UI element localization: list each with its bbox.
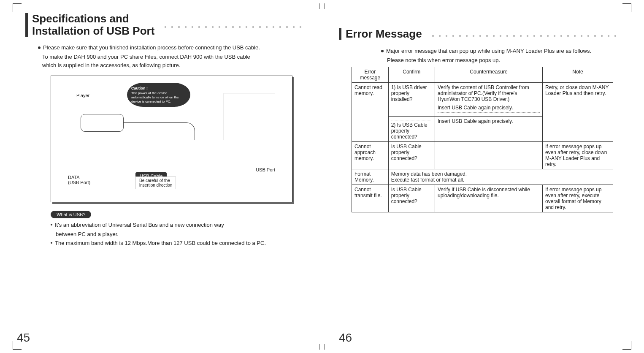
cell-error: Cannot read memory. [352, 82, 389, 141]
decorative-dots [162, 26, 305, 28]
sub-bullet-text: The maximum band width is 12 Mbps.More t… [55, 240, 266, 246]
cell-confirm: 1) Is USB driver properly installed? [388, 82, 435, 116]
col-countermeasure: Countermeasure [435, 67, 543, 82]
intro-text: Major error message that can pop up whil… [386, 48, 591, 54]
table-header-row: Error message Confirm Countermeasure Not… [352, 67, 613, 82]
page-right: Error Message Major error message that c… [322, 0, 644, 353]
intro-bullet: Please make sure that you finished insta… [38, 44, 305, 51]
intro-text-2: Please note this when error message pops… [387, 57, 619, 64]
table-row: Cannot transmit file. Is USB Cable prope… [352, 185, 613, 212]
usb-cable-note: Be careful of the insertion direction [135, 176, 176, 189]
cell-error: Cannot transmit file. [352, 185, 389, 212]
cell-confirm: Is USB Cable properly connected? [388, 185, 435, 212]
table-row: Cannot read memory. 1) Is USB driver pro… [352, 82, 613, 116]
cell-error: Format Memory. [352, 169, 389, 185]
bullet-icon [381, 50, 384, 52]
table-row: Format Memory. Memory data has been dama… [352, 169, 613, 185]
headline-row: Specifications and Installation of USB P… [25, 13, 305, 37]
dotted-separator [438, 112, 540, 113]
sub-bullet-cont: between PC and a player. [56, 231, 305, 238]
page-left: Specifications and Installation of USB P… [0, 0, 322, 353]
caution-bubble: Caution ! The power of the device automa… [127, 83, 190, 107]
cell-note: Retry, or close down M-ANY Loader Plus a… [542, 82, 613, 141]
decorative-dots [430, 35, 619, 37]
sub-bullet: The maximum band width is 12 Mbps.More t… [51, 240, 305, 246]
cell-text: 1) Is USB driver properly installed? [391, 84, 427, 102]
pc-illustration [224, 93, 275, 140]
headline-row: Error Message [339, 28, 619, 40]
page-number: 46 [339, 331, 352, 345]
error-table: Error message Confirm Countermeasure Not… [352, 67, 613, 212]
col-note: Note [542, 67, 613, 82]
col-confirm: Confirm [388, 67, 435, 82]
player-label: Player [76, 93, 89, 98]
intro-text: Please make sure that you finished insta… [43, 44, 260, 51]
body-text: To make the DAH 900 and your PC share Fi… [42, 53, 305, 61]
cell-counter [435, 141, 543, 169]
page-number: 45 [17, 331, 30, 345]
sub-bullet: It's an abbreviation of Universal Serial… [51, 222, 305, 228]
page-title: Error Message [346, 28, 422, 40]
table-row: Cannot approach memory. Is USB Cable pro… [352, 141, 613, 169]
accent-bar [339, 28, 341, 40]
cell-text: Verify the content of USB Controller fro… [438, 84, 540, 102]
caution-title: Caution ! [131, 86, 186, 91]
usb-port-label: USB Port [256, 167, 275, 172]
cell-merged: Memory data has been damaged. Execute fa… [388, 169, 613, 185]
data-port-label: DATA (USB Port) [68, 175, 90, 185]
cell-error: Cannot approach memory. [352, 141, 389, 169]
cell-confirm: 2) Is USB Cable properly connected? [388, 116, 435, 141]
bullet-icon [51, 224, 52, 225]
cell-text: 2) Is USB Cable properly connected? [391, 122, 428, 140]
page-title: Specifications and Installation of USB P… [32, 13, 154, 37]
dotted-separator [391, 120, 432, 120]
intro-bullet: Major error message that can pop up whil… [381, 48, 619, 54]
player-illustration [81, 114, 124, 132]
cell-counter: Verify the content of USB Controller fro… [435, 82, 543, 116]
caution-body: The power of the device automatically tu… [131, 91, 179, 103]
cable-illustration [123, 122, 195, 140]
connection-figure: Caution ! The power of the device automa… [51, 76, 292, 202]
body-text: which is supplied in the accessories, as… [42, 62, 305, 69]
cell-note: If error message pops up even after retr… [542, 185, 613, 212]
cell-note: If error message pops up even after retr… [542, 141, 613, 169]
bullet-icon [51, 242, 52, 244]
sub-bullet-text: It's an abbreviation of Universal Serial… [55, 222, 224, 228]
col-error-message: Error message [352, 67, 389, 82]
cell-text: Insert USB Cable again precisely. [438, 105, 540, 111]
what-is-usb-pill: What is USB? [51, 211, 91, 218]
accent-bar [25, 13, 28, 37]
cell-confirm: Is USB Cable properly connected? [388, 141, 435, 169]
cell-counter: Insert USB Cable again precisely. [435, 116, 543, 141]
cell-counter: Verify if USB Cable is disconnected whil… [435, 185, 543, 212]
bullet-icon [38, 46, 41, 49]
document-spread: Specifications and Installation of USB P… [0, 0, 644, 353]
